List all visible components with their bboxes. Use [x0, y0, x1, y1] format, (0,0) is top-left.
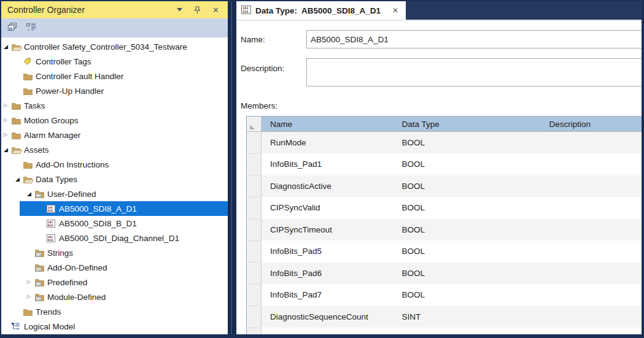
- tree-item-tasks[interactable]: ▷Tasks: [1, 98, 228, 113]
- tree-item-ab5000-sdi8-b-d1[interactable]: 101010AB5000_SDI8_B_D1: [1, 216, 228, 231]
- column-header-description[interactable]: Description: [541, 117, 642, 132]
- row-selector-cell[interactable]: [247, 263, 262, 285]
- tree-item-data-types[interactable]: ◢Data Types: [1, 172, 228, 186]
- svg-text:010: 010: [48, 224, 53, 227]
- member-data-type-cell[interactable]: BOOL: [394, 284, 541, 306]
- tree-item-controller-fault-handler[interactable]: Controller Fault Handler: [1, 69, 228, 83]
- member-description-cell[interactable]: [541, 175, 642, 198]
- expand-arrow-icon[interactable]: ▷: [4, 133, 12, 137]
- select-all-cell[interactable]: [247, 117, 262, 132]
- expand-arrow-icon[interactable]: ▷: [4, 103, 12, 108]
- member-row-diagnosticsequencecount: DiagnosticSequenceCountSINT: [247, 306, 642, 328]
- folder-icon: [23, 161, 35, 169]
- member-data-type-cell[interactable]: BOOL: [394, 132, 541, 154]
- row-selector-cell[interactable]: [247, 153, 262, 175]
- member-description-cell[interactable]: [541, 219, 642, 241]
- tree-item-motion-groups[interactable]: ▷Motion Groups: [1, 113, 228, 128]
- member-data-type-cell[interactable]: BOOL: [394, 219, 541, 241]
- collapse-arrow-icon[interactable]: ◢: [4, 44, 12, 50]
- name-row: Name:: [241, 30, 642, 48]
- member-data-type-cell[interactable]: BOOL: [394, 328, 541, 334]
- member-description-cell[interactable]: [541, 197, 642, 219]
- member-description-cell[interactable]: [541, 240, 642, 263]
- member-name-cell[interactable]: InfoBits_Pad7: [262, 284, 394, 306]
- row-selector-cell[interactable]: [247, 240, 262, 263]
- tree-item-label: Controller Fault Handler: [35, 72, 123, 81]
- member-name-cell[interactable]: CIPSyncValid: [262, 197, 394, 219]
- tree-item-controller-tags[interactable]: Controller Tags: [1, 54, 228, 69]
- member-name-cell[interactable]: RunMode: [262, 132, 394, 154]
- member-description-cell[interactable]: [541, 263, 642, 285]
- member-description-cell[interactable]: [541, 328, 642, 334]
- titlebar-icons: ✕: [177, 6, 219, 14]
- description-input[interactable]: [306, 58, 642, 86]
- tree-item-label: Alarm Manager: [23, 131, 80, 140]
- pin-icon[interactable]: [194, 6, 201, 14]
- tree-item-predefined[interactable]: ▷101010Predefined: [1, 275, 228, 290]
- close-icon[interactable]: ✕: [212, 6, 219, 14]
- tree-item-alarm-manager[interactable]: ▷Alarm Manager: [1, 128, 228, 142]
- member-description-cell[interactable]: [541, 153, 642, 175]
- tab-data-type[interactable]: 101010 Data Type: AB5000_SDI8_A_D1 ✕: [236, 1, 406, 20]
- tree-item-trends[interactable]: Trends: [1, 304, 228, 319]
- expand-arrow-icon[interactable]: ▷: [4, 118, 12, 123]
- row-selector-cell[interactable]: [247, 175, 262, 198]
- member-data-type-cell[interactable]: BOOL: [394, 240, 541, 263]
- panel-splitter[interactable]: [228, 1, 236, 334]
- member-data-type-cell[interactable]: BOOL: [394, 263, 541, 285]
- name-input[interactable]: [306, 30, 642, 48]
- tree-item-label: Add-On-Defined: [47, 263, 107, 272]
- tree-item-ab5000-sdi8-a-d1[interactable]: 101010AB5000_SDI8_A_D1: [1, 201, 228, 216]
- member-row-cipsynctimeout: CIPSyncTimeoutBOOL: [247, 219, 642, 241]
- row-selector-cell[interactable]: [247, 306, 262, 328]
- member-name-cell[interactable]: DiagnosticActive: [262, 175, 394, 198]
- expand-arrow-icon[interactable]: ▷: [27, 280, 35, 285]
- collapse-arrow-icon[interactable]: ◢: [4, 147, 12, 153]
- row-selector-cell[interactable]: [247, 328, 262, 334]
- member-data-type-cell[interactable]: BOOL: [394, 175, 541, 198]
- member-name-cell[interactable]: InfoBits_Pad6: [262, 263, 394, 285]
- member-row-infobits-pad5: InfoBits_Pad5BOOL: [247, 240, 642, 263]
- member-description-cell[interactable]: [541, 132, 642, 154]
- member-row-diagbits-pad0: DiagBits_Pad0BOOL: [247, 328, 642, 334]
- row-selector-cell[interactable]: [247, 132, 262, 154]
- tree-item-ab5000-sdi-diag-channel-d1[interactable]: 101010AB5000_SDI_Diag_Channel_D1: [1, 231, 228, 245]
- cascade-windows-icon[interactable]: [7, 22, 18, 34]
- member-name-cell[interactable]: CIPSyncTimeout: [262, 219, 394, 241]
- member-data-type-cell[interactable]: BOOL: [394, 153, 541, 175]
- row-selector-cell[interactable]: [247, 197, 262, 219]
- tree-item-assets[interactable]: ◢Assets: [1, 142, 228, 157]
- tree-item-add-on-instructions[interactable]: Add-On Instructions: [1, 157, 228, 172]
- collapse-arrow-icon[interactable]: ◢: [27, 191, 35, 197]
- component-list-icon[interactable]: [26, 22, 37, 34]
- member-data-type-cell[interactable]: SINT: [394, 306, 541, 328]
- tree-item-power-up-handler[interactable]: Power-Up Handler: [1, 83, 228, 98]
- svg-text:010: 010: [36, 284, 41, 286]
- tree-item-logical-model[interactable]: Logical Model: [1, 319, 228, 334]
- tree-item-add-on-defined[interactable]: 101010Add-On-Defined: [1, 260, 228, 275]
- collapse-arrow-icon[interactable]: ◢: [15, 177, 23, 182]
- member-name-cell[interactable]: DiagnosticSequenceCount: [262, 306, 394, 328]
- member-name-cell[interactable]: InfoBits_Pad1: [262, 153, 394, 175]
- expand-arrow-icon[interactable]: ▷: [27, 294, 35, 299]
- member-description-cell[interactable]: [541, 284, 642, 306]
- tree-item-module-defined[interactable]: ▷101010Module-Defined: [1, 290, 228, 304]
- tree-item-strings[interactable]: 101010Strings: [1, 245, 228, 260]
- member-name-cell[interactable]: InfoBits_Pad5: [262, 240, 394, 263]
- column-header-name[interactable]: Name: [262, 117, 394, 132]
- tree-item-controller-safety-controller-5034-testware[interactable]: ◢Controller Safety_Controller_5034_Testw…: [1, 39, 228, 54]
- row-selector-cell[interactable]: [247, 219, 262, 241]
- member-description-cell[interactable]: [541, 306, 642, 328]
- member-data-type-cell[interactable]: BOOL: [394, 197, 541, 219]
- member-name-cell[interactable]: DiagBits_Pad0: [262, 328, 394, 334]
- row-selector-cell[interactable]: [247, 284, 262, 306]
- tree-item-user-defined[interactable]: ◢101010User-Defined: [1, 186, 228, 201]
- column-header-data-type[interactable]: Data Type: [394, 117, 541, 132]
- tab-close-icon[interactable]: ✕: [392, 7, 398, 14]
- udt-folder-icon: 101010: [35, 264, 47, 272]
- udt-folder-icon: 101010: [35, 293, 47, 301]
- members-grid: Name Data Type Description RunModeBOOLIn…: [246, 116, 642, 334]
- chevron-down-icon[interactable]: [177, 8, 182, 12]
- data-type-editor: 101010 Data Type: AB5000_SDI8_A_D1 ✕ Nam…: [236, 1, 642, 334]
- svg-text:010: 010: [242, 10, 248, 13]
